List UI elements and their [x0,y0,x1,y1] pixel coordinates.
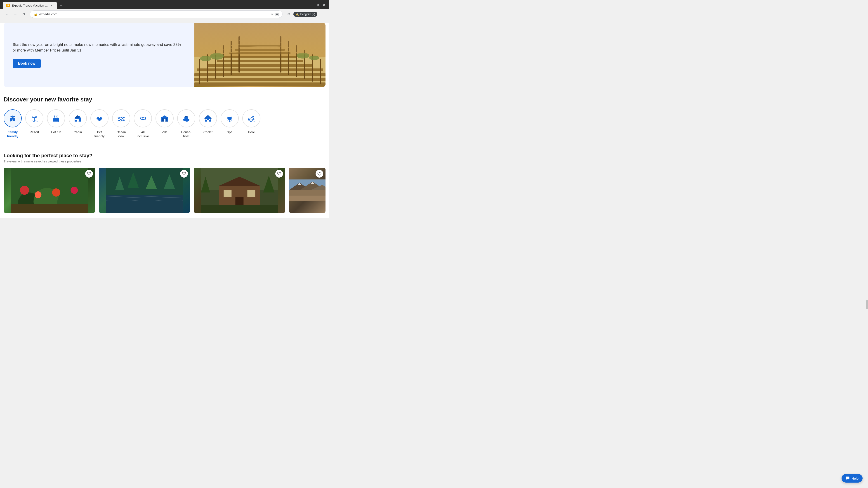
family-friendly-icon-wrap [4,109,22,127]
address-bar: ← → ↻ 🔒 expedia.com ☆ ▣ ⚙ 🕵 Incognito (2… [0,9,329,19]
perfect-place-section: Looking for the perfect place to stay? T… [0,147,329,218]
heart-icon-4 [317,172,321,176]
category-label-family-friendly: Familyfriendly [7,130,19,138]
category-cabin[interactable]: Cabin [69,109,87,138]
property-card-2[interactable] [99,168,190,213]
svg-rect-55 [164,119,165,122]
svg-rect-35 [54,121,54,122]
svg-point-25 [200,56,211,61]
svg-point-69 [20,186,29,195]
book-now-button[interactable]: Book now [13,59,41,68]
svg-marker-57 [184,116,188,117]
category-label-spa: Spa [227,130,232,134]
category-label-villa: Villa [162,130,167,134]
hero-description: Start the new year on a bright note: mak… [13,42,185,53]
category-houseboat[interactable]: House-boat [177,109,195,138]
svg-point-30 [13,116,15,118]
svg-rect-62 [206,119,207,120]
svg-rect-33 [34,118,35,122]
houseboat-icon-wrap [177,109,195,127]
category-label-pet-friendly: Petfriendly [94,130,104,138]
active-tab[interactable]: E Expedia Travel: Vacation Home... ✕ [3,2,57,9]
category-spa[interactable]: Spa [221,109,239,138]
chalet-icon-wrap [199,109,217,127]
discovery-section: Discover your new favorite stay [0,91,329,147]
category-family-friendly[interactable]: Familyfriendly [4,109,22,138]
category-label-chalet: Chalet [204,130,213,134]
category-label-resort: Resort [30,130,39,134]
extensions-button[interactable]: ⚙ [285,11,292,18]
page-content: Start the new year on a bright note: mak… [0,23,329,218]
svg-rect-40 [79,116,80,118]
browser-actions: ⚙ 🕵 Incognito (2) ⋮ [285,11,326,18]
svg-rect-11 [194,83,326,86]
back-button[interactable]: ← [4,11,11,18]
svg-rect-28 [194,23,326,55]
tab-close-button[interactable]: ✕ [50,4,53,7]
category-villa[interactable]: Villa [156,109,174,138]
forward-button[interactable]: → [12,11,19,18]
svg-rect-36 [58,121,59,122]
svg-rect-86 [224,190,232,197]
security-icon: 🔒 [34,12,37,16]
incognito-badge: 🕵 Incognito (2) [293,12,317,17]
hero-section: Start the new year on a bright note: mak… [4,23,326,87]
villa-icon-wrap [156,109,174,127]
cabin-icon-wrap [69,109,87,127]
svg-point-46 [101,118,102,120]
favorite-button-1[interactable] [85,170,93,177]
svg-marker-54 [161,116,168,117]
svg-rect-10 [194,78,326,81]
property-card-4[interactable] [289,168,326,213]
minimize-button[interactable]: ─ [309,3,314,7]
houseboat-icon [182,114,190,123]
property-card-1[interactable] [4,168,95,213]
category-ocean-view[interactable]: Oceanview [112,109,130,138]
category-label-all-inclusive: Allinclusive [137,130,149,138]
url-bar[interactable]: 🔒 expedia.com ☆ ▣ [30,10,283,18]
spa-icon [225,114,234,123]
new-tab-button[interactable]: + [58,2,64,8]
browser-titlebar: E Expedia Travel: Vacation Home... ✕ + ─… [0,0,329,9]
tab-title: Expedia Travel: Vacation Home... [12,4,48,7]
svg-rect-73 [11,204,88,213]
svg-point-29 [11,116,12,118]
property-card-3[interactable] [194,168,285,213]
close-button[interactable]: ✕ [322,3,327,7]
svg-rect-9 [194,73,326,76]
pet-friendly-icon-wrap [90,109,108,127]
svg-rect-6 [217,60,303,62]
svg-rect-87 [248,190,255,197]
category-all-inclusive[interactable]: Allinclusive [134,109,152,138]
category-label-pool: Pool [248,130,254,134]
tab-bar: E Expedia Travel: Vacation Home... ✕ + [3,2,64,9]
resort-icon [30,114,38,123]
svg-rect-89 [201,205,278,213]
svg-rect-49 [162,118,163,122]
cabin-icon [74,114,82,123]
category-chalet[interactable]: Chalet [199,109,217,138]
category-pool[interactable]: Pool [242,109,260,138]
reload-button[interactable]: ↻ [20,11,27,18]
heart-icon-1 [87,172,91,176]
resort-icon-wrap [25,109,43,127]
all-inclusive-icon [139,114,147,123]
bookmark-star-icon[interactable]: ☆ [270,12,274,16]
ocean-view-icon-wrap [112,109,130,127]
property-cards [4,168,326,213]
svg-rect-41 [75,119,76,120]
category-pet-friendly[interactable]: Petfriendly [90,109,108,138]
browser-chrome: E Expedia Travel: Vacation Home... ✕ + ─… [0,0,329,19]
menu-button[interactable]: ⋮ [318,11,326,18]
category-resort[interactable]: Resort [25,109,43,138]
nav-buttons: ← → ↻ [4,11,27,18]
chalet-icon [204,114,212,123]
sidebar-icon[interactable]: ▣ [275,12,279,16]
property-card-2-image [99,168,190,213]
family-friendly-icon [8,114,17,123]
url-actions: ☆ ▣ [270,12,279,16]
category-hot-tub[interactable]: Hot tub [47,109,65,138]
svg-rect-97 [289,196,326,201]
hot-tub-icon-wrap [47,109,65,127]
maximize-button[interactable]: ⧉ [315,3,320,7]
